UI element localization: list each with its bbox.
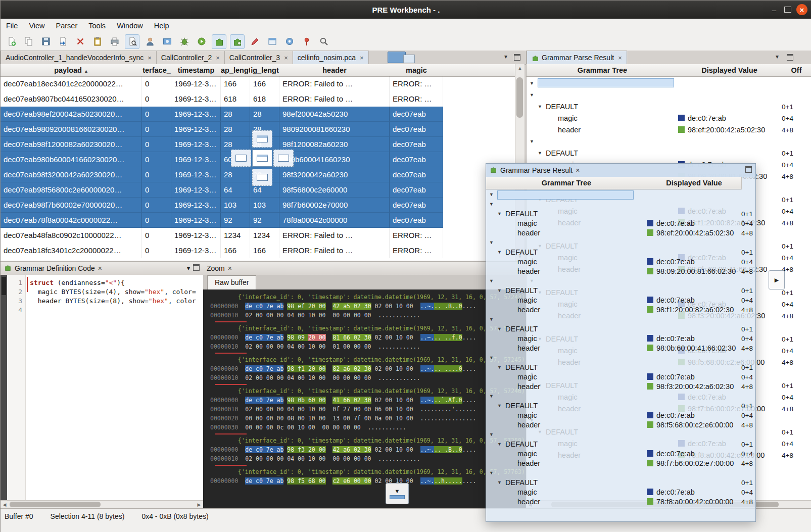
cell-interface[interactable]: 0: [142, 167, 171, 182]
column-header-terface[interactable]: terface_: [142, 64, 172, 77]
cell-payload[interactable]: dec07eab98ef200042a50230020…: [1, 107, 142, 122]
preview-icon[interactable]: [125, 34, 139, 49]
tab-raw-buffer[interactable]: Raw buffer: [207, 275, 256, 289]
marker-icon[interactable]: [248, 35, 262, 49]
tab-audiocontroller-1-handlevocoderinfo-sync[interactable]: AudioController_1_handleVocoderInfo_sync…: [1, 51, 157, 64]
grammar-definition-menu-icon[interactable]: ▾: [187, 265, 190, 272]
floating-panel-close-icon[interactable]: ×: [576, 166, 580, 174]
cell-cap_length[interactable]: 103: [221, 198, 250, 213]
tree-field-header[interactable]: header98:f5:68:00:c2:e6:00:004+8: [486, 420, 755, 429]
chevron-down-icon[interactable]: ▼: [489, 355, 494, 360]
cell-orig_length[interactable]: 166: [250, 243, 279, 258]
cell-payload[interactable]: dec07eab18fc3401c2c20000022…: [1, 243, 142, 258]
grammar-parse-icon[interactable]: [212, 34, 226, 49]
chevron-down-icon[interactable]: ▼: [489, 240, 494, 245]
chevron-down-icon[interactable]: ▼: [497, 326, 502, 331]
cell-cap_length[interactable]: 1234: [221, 228, 250, 243]
cell-timestamp[interactable]: 1969-12-3…: [171, 107, 221, 122]
screenshot-icon[interactable]: [160, 35, 174, 49]
tree-packet-row[interactable]: ▼: [486, 353, 755, 362]
user-icon[interactable]: [143, 35, 157, 49]
tab-callcontroller-2[interactable]: CallController_2×: [156, 51, 225, 64]
cell-magic[interactable]: dec07eab: [390, 122, 443, 137]
chevron-down-icon[interactable]: ▼: [530, 81, 534, 86]
column-header-timestamp[interactable]: timestamp: [171, 64, 221, 77]
tree-packet-row[interactable]: ▼: [486, 199, 755, 209]
tab-grammar-parse-result[interactable]: Grammar Parse Result×: [527, 51, 627, 64]
cell-timestamp[interactable]: 1969-12-3…: [171, 167, 221, 182]
window-icon[interactable]: [265, 35, 279, 49]
column-header-ig-lengt[interactable]: ig_lengt: [250, 64, 280, 77]
cell-interface[interactable]: 0: [142, 122, 171, 137]
tree-node-default[interactable]: ▼DEFAULT0+1: [486, 439, 755, 449]
tree-field-magic[interactable]: magicde:c0:7e:ab0+4: [486, 410, 755, 420]
pin-icon[interactable]: [300, 35, 313, 49]
code-line[interactable]: magic BYTES(size=(4), show="hex", color=: [30, 288, 196, 296]
chevron-down-icon[interactable]: ▼: [497, 365, 502, 370]
tree-packet-row[interactable]: ▼: [527, 135, 811, 147]
chevron-down-icon[interactable]: ▼: [497, 442, 502, 447]
cell-interface[interactable]: 0: [142, 91, 171, 107]
hex-line[interactable]: 00000000 de c0 7e ab 98 f5 68 00 c2 e6 0…: [210, 476, 526, 486]
cell-header[interactable]: 980b600041660230: [279, 152, 390, 167]
cell-header[interactable]: 78f8a00042c00000: [279, 213, 390, 228]
tree-packet-row[interactable]: ▼: [486, 276, 755, 285]
cell-cap_length[interactable]: 166: [221, 243, 250, 258]
tree-node-default[interactable]: ▼DEFAULT0+1: [486, 209, 755, 218]
tree-node-default[interactable]: ▼DEFAULT0+1: [486, 247, 755, 257]
new-file-icon[interactable]: [5, 35, 18, 49]
cell-payload[interactable]: dec07eab78f8a00042c0000022…: [1, 213, 142, 228]
chevron-down-icon[interactable]: ▼: [489, 394, 494, 399]
tree-field-header[interactable]: header98:f3:20:00:42:a6:02:304+8: [486, 381, 755, 391]
column-header-magic[interactable]: magic: [390, 64, 444, 77]
tree-node-default[interactable]: ▼DEFAULT0+1: [486, 477, 755, 487]
menu-help[interactable]: Help: [149, 19, 175, 32]
scrollbar-thumb[interactable]: [516, 77, 523, 118]
hex-line[interactable]: 00000000 de c0 7e ab 98 f3 20 00 42 a6 0…: [210, 445, 526, 454]
cell-interface[interactable]: 0: [142, 137, 171, 152]
hex-line[interactable]: 00000010 02 00 00 00 04 00 10 00 00 00 0…: [210, 454, 526, 463]
tree-node-default[interactable]: ▼DEFAULT0+1: [486, 401, 755, 410]
scrollbar-thumb[interactable]: [10, 502, 101, 507]
cell-timestamp[interactable]: 1969-12-3…: [171, 243, 221, 258]
chevron-down-icon[interactable]: ▼: [489, 278, 494, 283]
cell-magic[interactable]: dec07eab: [390, 137, 443, 152]
run-icon[interactable]: [195, 35, 208, 49]
cell-interface[interactable]: 0: [142, 213, 171, 228]
cell-magic[interactable]: ERROR: …: [390, 76, 443, 91]
cell-payload[interactable]: dec07eab98f7b60002e70000020…: [1, 198, 142, 213]
column-header-displayed-value[interactable]: Displayed Value: [678, 64, 781, 77]
chevron-down-icon[interactable]: ▼: [538, 104, 542, 109]
chevron-down-icon[interactable]: ▼: [497, 403, 502, 408]
tree-field-magic[interactable]: magicde:c0:7e:ab0+4: [486, 257, 755, 266]
cell-timestamp[interactable]: 1969-12-3…: [171, 182, 221, 198]
cell-magic[interactable]: ERROR: …: [390, 91, 443, 107]
chevron-down-icon[interactable]: ▼: [538, 151, 542, 156]
tab-close-icon[interactable]: ×: [148, 54, 152, 62]
cell-cap_length[interactable]: 28: [221, 167, 250, 182]
cell-cap_length[interactable]: 166: [221, 76, 250, 91]
cell-interface[interactable]: 0: [142, 152, 171, 167]
cell-timestamp[interactable]: 1969-12-3…: [171, 213, 221, 228]
cell-timestamp[interactable]: 1969-12-3…: [171, 137, 221, 152]
cell-cap_length[interactable]: 618: [221, 91, 250, 107]
cell-orig_length[interactable]: 28: [250, 107, 279, 122]
column-header-grammar-tree[interactable]: Grammar Tree: [527, 64, 679, 77]
cell-header[interactable]: ERROR: Failed to …: [279, 76, 390, 91]
grammar-definition-float-icon[interactable]: [193, 264, 200, 272]
tree-node-default[interactable]: ▼DEFAULT0+1: [527, 101, 811, 112]
cell-header[interactable]: 98f1200082a60230: [279, 137, 390, 152]
hex-dump-view[interactable]: {'interface_id': 0, 'timestamp': datetim…: [203, 289, 526, 509]
tree-field-header[interactable]: header98:ef:20:00:42:a5:02:304+8: [486, 228, 755, 237]
cell-interface[interactable]: 0: [142, 107, 171, 122]
tree-field-magic[interactable]: magicde:c0:7e:ab0+4: [486, 372, 755, 381]
chevron-down-icon[interactable]: ▼: [497, 211, 502, 216]
cell-interface[interactable]: 0: [142, 198, 171, 213]
chevron-down-icon[interactable]: ▼: [489, 202, 494, 207]
chevron-down-icon[interactable]: ▼: [530, 139, 534, 144]
tab-list-dropdown-icon[interactable]: ▾: [504, 53, 507, 60]
menu-parser[interactable]: Parser: [51, 19, 83, 32]
column-header-ap-lengt[interactable]: ap_lengt: [221, 64, 251, 77]
tab-close-icon[interactable]: ×: [360, 54, 364, 62]
chevron-down-icon[interactable]: ▼: [489, 432, 494, 437]
